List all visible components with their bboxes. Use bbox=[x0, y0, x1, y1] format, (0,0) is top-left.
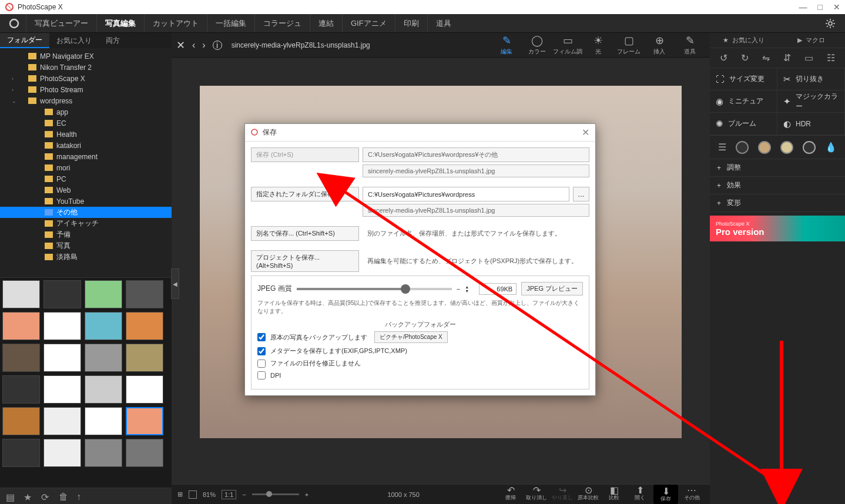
sub-tab-2[interactable]: 両方 bbox=[99, 33, 127, 48]
minimize-button[interactable]: — bbox=[799, 2, 807, 12]
close-button[interactable]: ✕ bbox=[833, 2, 840, 12]
preset-drop-icon[interactable]: 💧 bbox=[825, 142, 837, 153]
thumbnail-16[interactable] bbox=[2, 407, 40, 435]
thumbnail-7[interactable] bbox=[126, 312, 163, 340]
rotate-ccw-icon[interactable]: ↺ bbox=[720, 52, 727, 63]
specified-folder-path[interactable]: C:¥Users¥ogata¥Pictures¥wordpress bbox=[363, 187, 569, 201]
browse-folder-button[interactable]: … bbox=[573, 187, 589, 201]
folder-app[interactable]: app bbox=[0, 106, 172, 117]
star-icon[interactable]: ★ bbox=[24, 492, 33, 501]
tool-切り抜き[interactable]: ✂切り抜き bbox=[777, 68, 845, 90]
straighten-icon[interactable]: ▭ bbox=[804, 52, 813, 63]
thumbnail-14[interactable] bbox=[85, 375, 122, 404]
bounds-icon[interactable] bbox=[189, 490, 197, 499]
folder-その他[interactable]: その他 bbox=[0, 207, 172, 218]
folder-Health[interactable]: Health bbox=[0, 129, 172, 140]
thumbnail-6[interactable] bbox=[85, 312, 122, 340]
folder-wordpress[interactable]: ⌄wordpress bbox=[0, 95, 172, 106]
folder-EC[interactable]: EC bbox=[0, 117, 172, 129]
zoom-ratio[interactable]: 1:1 bbox=[222, 490, 236, 499]
tool-サイズ変更[interactable]: ⛶サイズ変更 bbox=[710, 68, 777, 90]
thumbnail-11[interactable] bbox=[126, 344, 163, 372]
tool-マジックカラー[interactable]: ✦マジックカラー bbox=[777, 90, 845, 113]
dpi-checkbox[interactable] bbox=[257, 371, 266, 379]
bottom-action-復帰[interactable]: ↶復帰 bbox=[498, 485, 523, 504]
thumbnail-9[interactable] bbox=[43, 344, 81, 372]
jpeg-quality-slider[interactable] bbox=[297, 288, 452, 290]
folder-予備[interactable]: 予備 bbox=[0, 229, 172, 240]
bottom-action-保存[interactable]: ⬇保存 bbox=[653, 485, 678, 504]
thumbnail-1[interactable] bbox=[43, 280, 81, 308]
save-project-button[interactable]: プロジェクトを保存... (Alt+Shift+S) bbox=[251, 250, 359, 272]
home-icon[interactable] bbox=[2, 14, 26, 32]
thumbnail-23[interactable] bbox=[126, 439, 163, 467]
folder-mori[interactable]: mori bbox=[0, 162, 172, 173]
folder-PC[interactable]: PC bbox=[0, 173, 172, 184]
dialog-close-icon[interactable]: ✕ bbox=[582, 127, 589, 138]
thumbnail-13[interactable] bbox=[43, 375, 81, 404]
folder-MP Navigator EX[interactable]: MP Navigator EX bbox=[0, 51, 172, 62]
next-icon[interactable]: › bbox=[202, 40, 205, 51]
keep-date-checkbox[interactable] bbox=[257, 359, 266, 368]
main-tab-6[interactable]: GIFアニメ bbox=[342, 14, 395, 32]
bottom-action-取り消し[interactable]: ↷取り消し bbox=[524, 485, 549, 504]
folder-アイキャッチ[interactable]: アイキャッチ bbox=[0, 218, 172, 229]
thumbnail-3[interactable] bbox=[126, 280, 163, 308]
main-tab-5[interactable]: 連結 bbox=[310, 14, 342, 32]
backup-folder-button[interactable]: ピクチャ/PhotoScape X bbox=[374, 331, 448, 343]
preset-circle-4[interactable] bbox=[803, 141, 816, 154]
flip-h-icon[interactable]: ⇋ bbox=[762, 52, 770, 63]
preset-circle-3[interactable] bbox=[780, 141, 793, 154]
jpeg-preview-button[interactable]: JPEG プレビュー bbox=[521, 282, 583, 295]
bottom-action-比較[interactable]: ◧比較 bbox=[602, 485, 626, 504]
sub-tab-1[interactable]: お気に入り bbox=[49, 33, 99, 48]
grid-icon[interactable]: ▤ bbox=[6, 492, 15, 501]
zoom-out-icon[interactable]: − bbox=[242, 491, 246, 498]
folder-淡路島[interactable]: 淡路島 bbox=[0, 251, 172, 263]
folder-PhotoScape X[interactable]: ›PhotoScape X bbox=[0, 73, 172, 84]
thumbnail-10[interactable] bbox=[85, 344, 122, 372]
thumbnail-17[interactable] bbox=[43, 407, 81, 435]
thumbnail-22[interactable] bbox=[85, 439, 122, 467]
main-tab-4[interactable]: コラージュ bbox=[254, 14, 310, 32]
bottom-action-開く[interactable]: ⬆開く bbox=[628, 485, 652, 504]
quality-stepper[interactable]: ▲▼ bbox=[465, 285, 474, 293]
main-tab-7[interactable]: 印刷 bbox=[395, 14, 427, 32]
favorites-tab[interactable]: ★ お気に入り bbox=[710, 36, 777, 45]
expand-変形[interactable]: +変形 bbox=[710, 194, 845, 212]
thumbnail-5[interactable] bbox=[43, 312, 81, 340]
settings-gear-icon[interactable] bbox=[818, 14, 843, 32]
preset-list-icon[interactable]: ☰ bbox=[718, 142, 726, 153]
flip-v-icon[interactable]: ⇵ bbox=[783, 52, 791, 63]
folder-management[interactable]: management bbox=[0, 151, 172, 162]
main-tab-3[interactable]: 一括編集 bbox=[207, 14, 254, 32]
zoom-in-icon[interactable]: + bbox=[305, 491, 309, 498]
bottom-action-その他[interactable]: ⋯その他 bbox=[679, 485, 704, 504]
cancel-icon[interactable]: ✕ bbox=[176, 39, 185, 52]
tool-ブルーム[interactable]: ✺ブルーム bbox=[710, 113, 777, 135]
collapse-left-icon[interactable]: ◀ bbox=[171, 268, 179, 299]
main-tab-0[interactable]: 写真ビューアー bbox=[26, 14, 96, 32]
edit-tool-フィルム調[interactable]: ▭フィルム調 bbox=[552, 33, 583, 57]
thumbnail-4[interactable] bbox=[2, 312, 40, 340]
specified-folder-button[interactable]: 指定されたフォルダに保存 bbox=[251, 187, 359, 201]
edit-tool-挿入[interactable]: ⊕挿入 bbox=[644, 33, 675, 57]
thumbnail-19[interactable] bbox=[126, 407, 163, 435]
zoom-percent[interactable]: 81% bbox=[203, 491, 216, 498]
pro-promo-banner[interactable]: PhotoScape X Pro version bbox=[710, 216, 845, 241]
edit-tool-道具[interactable]: ✎道具 bbox=[675, 33, 705, 57]
rotate-cw-icon[interactable]: ↻ bbox=[741, 52, 749, 63]
edit-tool-光[interactable]: ☀光 bbox=[583, 33, 613, 57]
expand-効果[interactable]: +効果 bbox=[710, 177, 845, 194]
folder-katakori[interactable]: katakori bbox=[0, 140, 172, 151]
thumbnail-0[interactable] bbox=[2, 280, 40, 308]
edit-tool-編集[interactable]: ✎編集 bbox=[491, 33, 522, 57]
info-icon[interactable]: i bbox=[213, 41, 222, 50]
thumbnail-18[interactable] bbox=[85, 407, 122, 435]
thumbnail-8[interactable] bbox=[2, 344, 40, 372]
sub-tab-0[interactable]: フォルダー bbox=[0, 33, 49, 48]
folder-Photo Stream[interactable]: ›Photo Stream bbox=[0, 84, 172, 95]
up-arrow-icon[interactable]: ↑ bbox=[76, 492, 86, 501]
refresh-icon[interactable]: ⟳ bbox=[41, 492, 51, 501]
thumbnail-2[interactable] bbox=[85, 280, 122, 308]
